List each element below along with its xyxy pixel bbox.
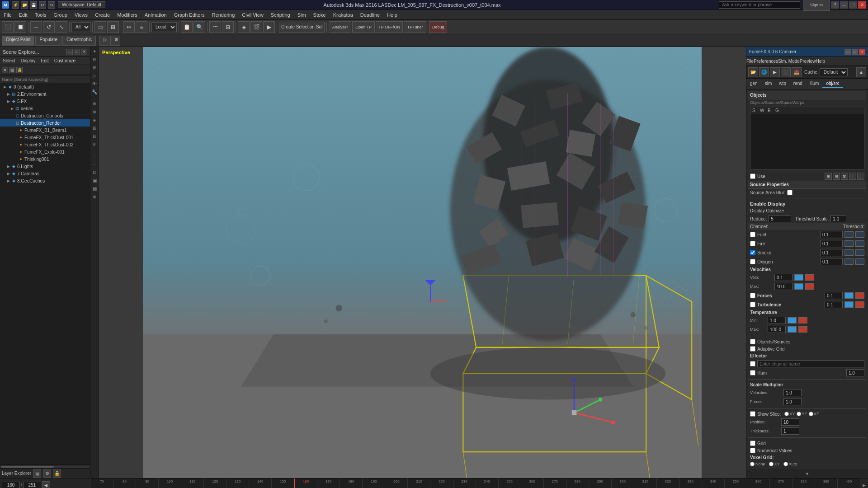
menu-tools[interactable]: Tools bbox=[31, 11, 50, 19]
schematic-view-btn[interactable]: ⊟ bbox=[222, 21, 234, 33]
se-bottom-btn3[interactable]: 🔒 bbox=[53, 469, 61, 478]
fx-forces-checkbox[interactable] bbox=[750, 293, 755, 298]
fx-use-btn2[interactable]: ⊟ bbox=[833, 173, 840, 180]
fx-adaptive-grid-checkbox[interactable] bbox=[750, 346, 755, 352]
fx-oxygen-input[interactable] bbox=[820, 258, 843, 265]
fx-voxel-auto[interactable]: Auto bbox=[783, 462, 797, 466]
fumefx-scroll-down[interactable]: ▼ bbox=[746, 469, 868, 478]
fumefx-tab-gen[interactable]: gen bbox=[746, 80, 761, 88]
window-cross-btn[interactable]: ⊞ bbox=[107, 21, 119, 33]
fx-voxel-none[interactable]: None bbox=[750, 462, 765, 466]
left-icon-modify[interactable]: ⊟ bbox=[90, 55, 99, 63]
fx-globe-btn[interactable]: 🌐 bbox=[759, 67, 769, 77]
fx-cache-dropdown[interactable]: Default bbox=[820, 68, 848, 76]
maximize-btn[interactable]: □ bbox=[849, 1, 857, 9]
fx-fire-input[interactable] bbox=[820, 240, 843, 247]
fx-stop-btn[interactable]: ⬛ bbox=[781, 67, 791, 77]
left-icon-extra12[interactable]: ⊕ bbox=[90, 192, 99, 201]
fx-forces-input[interactable] bbox=[825, 292, 843, 299]
left-icon-motion[interactable]: ▷ bbox=[90, 71, 99, 80]
coord-system-dropdown[interactable]: Local World bbox=[151, 22, 177, 32]
fx-smoke-color2[interactable] bbox=[855, 249, 864, 256]
fx-play-btn[interactable]: ▶ bbox=[770, 67, 780, 77]
fumefx-tab-objsrc[interactable]: obj/src bbox=[822, 80, 843, 88]
rotate-btn[interactable]: ↺ bbox=[43, 21, 55, 33]
fx-grid-checkbox[interactable] bbox=[750, 441, 755, 446]
menu-civil-view[interactable]: Civil View bbox=[238, 11, 267, 19]
quick-access-btn[interactable]: ⚡ bbox=[12, 1, 19, 9]
open-btn[interactable]: 📁 bbox=[21, 1, 28, 9]
fx-fuel-checkbox[interactable] bbox=[750, 232, 755, 237]
fx-max-input[interactable] bbox=[774, 283, 793, 290]
fx-scroll-up-btn[interactable]: ▲ bbox=[856, 67, 866, 77]
fx-blur-checkbox[interactable] bbox=[787, 190, 793, 195]
menu-modifiers[interactable]: Modifiers bbox=[113, 11, 141, 19]
layer-mgr-btn[interactable]: 📋 bbox=[181, 21, 193, 33]
fx-illum-input[interactable] bbox=[846, 369, 864, 376]
fumefx-menu-file[interactable]: File bbox=[746, 59, 754, 64]
fx-velo-input[interactable] bbox=[774, 274, 793, 281]
menu-views[interactable]: Views bbox=[71, 11, 91, 19]
fumefx-tab-illum[interactable]: illum bbox=[806, 80, 823, 88]
timeline-total-input[interactable] bbox=[23, 482, 41, 488]
left-icon-utilities[interactable]: 🔧 bbox=[90, 88, 99, 96]
fx-max-color2[interactable] bbox=[805, 283, 814, 290]
fx-axis-xy[interactable]: XY bbox=[784, 412, 795, 416]
timeline-frame-input[interactable] bbox=[2, 482, 20, 488]
menu-group[interactable]: Group bbox=[50, 11, 71, 19]
tree-item[interactable]: ▶ ◆ 8.GeoCaches bbox=[0, 177, 90, 184]
se-resize-btn[interactable]: □ bbox=[74, 49, 80, 55]
fx-use-btn5[interactable]: ↓ bbox=[857, 173, 864, 180]
left-icon-hierarchy[interactable]: ⊞ bbox=[90, 63, 99, 71]
fx-threshold-scale-input[interactable] bbox=[830, 215, 846, 222]
left-icon-extra9[interactable]: ⊡ bbox=[90, 168, 99, 176]
redo-btn[interactable]: ↪ bbox=[48, 1, 55, 9]
se-minus-btn[interactable]: — bbox=[66, 49, 73, 55]
tree-item[interactable]: ● FumeFX_ThickDust-001 bbox=[0, 134, 90, 141]
fx-turbulence-checkbox[interactable] bbox=[750, 302, 755, 307]
fx-effector-checkbox[interactable] bbox=[750, 361, 755, 366]
menu-help[interactable]: Help bbox=[383, 11, 401, 19]
fumefx-tab-wtp[interactable]: wtp bbox=[775, 80, 790, 88]
fx-numerical-values-checkbox[interactable] bbox=[750, 448, 755, 453]
fx-turbulence-color2[interactable] bbox=[855, 301, 864, 308]
timeline-left-btn[interactable]: ◀ bbox=[42, 481, 50, 488]
fx-fuel-color[interactable] bbox=[844, 231, 854, 238]
left-icon-extra7[interactable]: ⋮ bbox=[90, 152, 99, 160]
fumefx-tab-sim[interactable]: sim bbox=[761, 80, 776, 88]
tree-item[interactable]: ▶ ◆ 7.Cameras bbox=[0, 170, 90, 177]
tree-item[interactable]: ▶ ◆ 0 (default) bbox=[0, 83, 90, 90]
tree-item[interactable]: ▶ ◆ 6.Lights bbox=[0, 163, 90, 170]
fumefx-resize-btn[interactable]: □ bbox=[852, 49, 858, 55]
fx-temp-min-color[interactable] bbox=[788, 317, 797, 324]
scene-menu-display[interactable]: Display bbox=[18, 57, 38, 64]
fx-open-btn[interactable]: 📂 bbox=[748, 67, 758, 77]
tree-item[interactable]: ◻ Destruction_Controls bbox=[0, 112, 90, 119]
create-selection-btn[interactable]: Create Selection Sel bbox=[279, 22, 325, 33]
fumefx-tab-rend[interactable]: rend bbox=[790, 80, 806, 88]
fx-position-input[interactable] bbox=[781, 418, 799, 426]
left-icon-display[interactable]: 👁 bbox=[90, 80, 99, 88]
left-icon-extra6[interactable]: ≡ bbox=[90, 140, 99, 148]
scene-menu-customize[interactable]: Customize bbox=[52, 57, 78, 64]
tree-item[interactable]: ● FumeFX_ThickDust-002 bbox=[0, 141, 90, 148]
fx-illum-checkbox[interactable] bbox=[750, 370, 755, 375]
fx-object-list[interactable]: S W E G bbox=[750, 107, 864, 170]
fx-temp-min-input[interactable] bbox=[768, 317, 786, 324]
small-icon-1[interactable]: ▷ bbox=[99, 36, 109, 46]
menu-graph-editors[interactable]: Graph Editors bbox=[170, 11, 208, 19]
fx-show-slice-checkbox[interactable] bbox=[750, 411, 755, 417]
render-frame-btn[interactable]: ▶ bbox=[263, 21, 275, 33]
sign-in-btn[interactable]: Sign In bbox=[803, 0, 830, 11]
timeline-track[interactable]: 70 80 90 100 110 120 130 140 150 160 170… bbox=[90, 479, 860, 488]
tree-item[interactable]: ● FumeFX_Explo-001 bbox=[0, 148, 90, 155]
left-icon-extra10[interactable]: ▣ bbox=[90, 176, 99, 184]
viewport[interactable]: Perspective bbox=[99, 47, 746, 478]
fx-use-checkbox[interactable] bbox=[750, 174, 755, 179]
fx-use-btn4[interactable]: ↑ bbox=[849, 173, 856, 180]
fx-fuel-input[interactable] bbox=[820, 231, 843, 238]
scene-menu-select[interactable]: Select bbox=[0, 57, 18, 64]
se-bottom-btn2[interactable]: ⚙ bbox=[43, 469, 51, 478]
save-btn[interactable]: 💾 bbox=[30, 1, 37, 9]
help-btn[interactable]: ? bbox=[831, 1, 839, 9]
